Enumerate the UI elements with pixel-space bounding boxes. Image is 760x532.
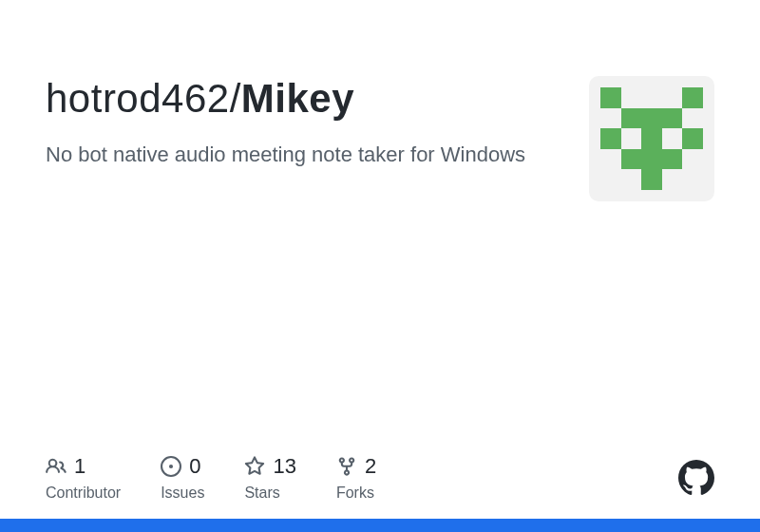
stat-issues[interactable]: 0 Issues <box>161 454 204 502</box>
svg-rect-7 <box>641 169 662 190</box>
stat-forks[interactable]: 2 Forks <box>336 454 376 502</box>
fork-icon <box>336 456 357 477</box>
avatar-pixel-icon <box>600 87 703 190</box>
svg-rect-5 <box>682 128 703 149</box>
star-icon <box>244 456 265 477</box>
stat-top: 2 <box>336 454 376 479</box>
svg-rect-2 <box>621 108 683 129</box>
stat-top: 0 <box>161 454 204 479</box>
people-icon <box>46 456 66 477</box>
stat-value: 13 <box>273 454 295 479</box>
stat-contributors[interactable]: 1 Contributor <box>46 454 121 502</box>
repo-title: hotrod462/Mikey <box>46 76 566 122</box>
stat-stars[interactable]: 13 Stars <box>244 454 295 502</box>
svg-rect-4 <box>641 128 662 149</box>
stat-value: 1 <box>74 454 86 479</box>
stat-label: Issues <box>161 484 204 502</box>
repo-description: No bot native audio meeting note taker f… <box>46 139 566 170</box>
svg-rect-0 <box>600 87 621 108</box>
repo-name[interactable]: Mikey <box>241 76 354 121</box>
repo-owner[interactable]: hotrod462 <box>46 76 230 121</box>
svg-rect-6 <box>621 149 683 170</box>
stats: 1 Contributor 0 Issues 13 Stars <box>46 454 376 502</box>
svg-rect-3 <box>600 128 621 149</box>
stat-top: 1 <box>46 454 121 479</box>
stat-label: Contributor <box>46 484 121 502</box>
title-block: hotrod462/Mikey No bot native audio meet… <box>46 76 566 170</box>
stat-value: 2 <box>365 454 376 479</box>
stat-label: Forks <box>336 484 376 502</box>
issue-icon <box>161 456 181 477</box>
repo-separator: / <box>230 76 241 121</box>
header-row: hotrod462/Mikey No bot native audio meet… <box>46 76 714 201</box>
stat-value: 0 <box>189 454 200 479</box>
stat-top: 13 <box>244 454 295 479</box>
svg-rect-1 <box>682 87 703 108</box>
repo-card: hotrod462/Mikey No bot native audio meet… <box>0 0 760 532</box>
stats-row: 1 Contributor 0 Issues 13 Stars <box>46 454 714 502</box>
github-logo-icon[interactable] <box>678 460 714 496</box>
stat-label: Stars <box>244 484 295 502</box>
avatar[interactable] <box>589 76 714 201</box>
accent-bar <box>0 519 760 532</box>
